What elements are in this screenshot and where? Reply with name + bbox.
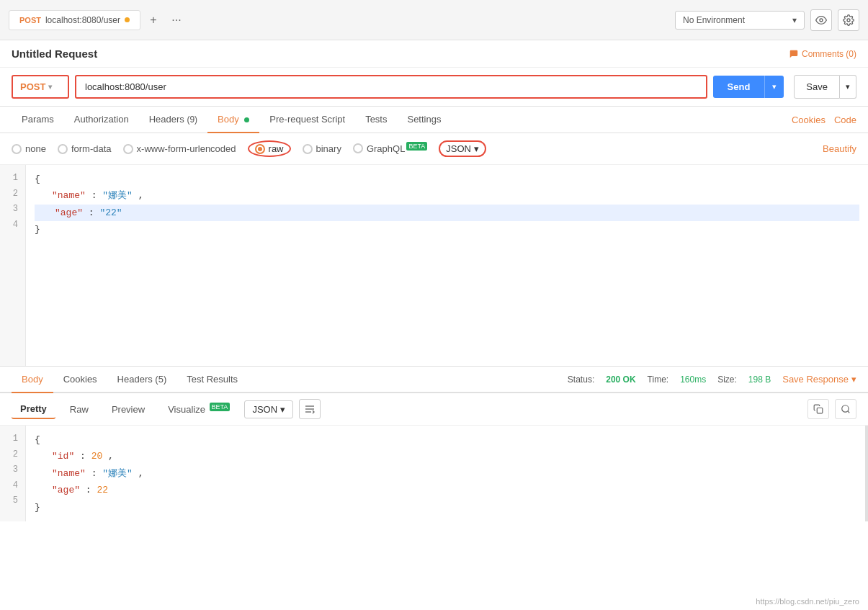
method-select[interactable]: POST ▾ xyxy=(12,75,69,99)
save-button-group: Save ▾ xyxy=(794,75,856,99)
svg-rect-5 xyxy=(817,408,823,413)
environment-area: No Environment ▾ xyxy=(675,9,859,31)
send-button[interactable]: Send xyxy=(713,76,765,98)
response-format-dropdown[interactable]: JSON ▾ xyxy=(244,400,293,418)
radio-circle-none xyxy=(12,144,22,154)
svg-point-6 xyxy=(842,405,849,412)
radio-none[interactable]: none xyxy=(12,143,46,154)
radio-raw[interactable]: raw xyxy=(248,140,291,157)
save-button[interactable]: Save xyxy=(794,75,840,99)
response-code-area: 1 2 3 4 5 { "id" : 20 , "name" : xyxy=(0,426,868,521)
tab-headers[interactable]: Headers (9) xyxy=(139,107,207,133)
svg-point-0 xyxy=(820,19,823,22)
status-bar: Status: 200 OK Time: 160ms Size: 198 B S… xyxy=(568,374,856,385)
json-chevron-icon: ▾ xyxy=(474,143,479,154)
radio-form-data[interactable]: form-data xyxy=(58,143,112,154)
save-response-chevron-icon: ▾ xyxy=(851,374,856,385)
url-input[interactable]: localhost:8080/user xyxy=(75,75,707,99)
size-value: 198 B xyxy=(748,374,771,385)
send-button-group: Send ▾ xyxy=(713,76,784,98)
tab-strip: POST localhost:8080/user + ··· xyxy=(9,10,187,30)
response-tabs-list: Body Cookies Headers (5) Test Results xyxy=(12,367,248,392)
url-bar: POST ▾ localhost:8080/user Send ▾ Save ▾ xyxy=(0,68,868,107)
radio-circle-form-data xyxy=(58,144,68,154)
response-tab-cookies[interactable]: Cookies xyxy=(53,367,107,393)
comments-label: Comments (0) xyxy=(802,49,856,59)
request-title: Untitled Request xyxy=(12,48,97,60)
response-tab-headers[interactable]: Headers (5) xyxy=(107,367,177,393)
wrap-button[interactable] xyxy=(299,399,321,419)
resp-line-2: "id" : 20 , xyxy=(35,448,856,465)
comments-link[interactable]: Comments (0) xyxy=(789,49,856,59)
copy-icon-button[interactable] xyxy=(807,399,829,419)
format-tab-preview[interactable]: Preview xyxy=(103,400,153,418)
body-options-row: none form-data x-www-form-urlencoded raw… xyxy=(0,133,868,165)
eye-icon-button[interactable] xyxy=(810,9,832,31)
response-format-chevron-icon: ▾ xyxy=(280,404,285,415)
status-value: 200 OK xyxy=(606,374,635,385)
format-tab-visualize[interactable]: Visualize BETA xyxy=(159,400,238,418)
response-format-label: JSON xyxy=(252,404,277,415)
tab-params[interactable]: Params xyxy=(12,107,64,133)
radio-circle-binary xyxy=(303,144,313,154)
raw-wrap: raw xyxy=(248,140,291,157)
radio-urlencoded[interactable]: x-www-form-urlencoded xyxy=(123,143,236,154)
cookies-link[interactable]: Cookies xyxy=(792,107,826,133)
settings-icon-button[interactable] xyxy=(838,9,859,31)
tab-method-badge: POST xyxy=(19,16,41,24)
tab-pre-request[interactable]: Pre-request Script xyxy=(259,107,355,133)
time-label: Time: xyxy=(648,374,669,385)
radio-circle-raw xyxy=(255,144,265,154)
resp-line-3: "name" : "娜美" , xyxy=(35,465,856,482)
tab-url-label: localhost:8080/user xyxy=(45,15,120,25)
request-tabs-list: Params Authorization Headers (9) Body Pr… xyxy=(12,107,451,133)
environment-label: No Environment xyxy=(683,15,745,25)
top-bar: POST localhost:8080/user + ··· No Enviro… xyxy=(0,0,868,40)
response-tabs-row: Body Cookies Headers (5) Test Results St… xyxy=(0,367,868,393)
tab-settings[interactable]: Settings xyxy=(397,107,451,133)
send-dropdown-button[interactable]: ▾ xyxy=(764,76,784,98)
response-section: Body Cookies Headers (5) Test Results St… xyxy=(0,367,868,521)
code-link[interactable]: Code xyxy=(834,107,856,133)
more-options-button[interactable]: ··· xyxy=(166,10,187,30)
radio-graphql[interactable]: GraphQLBETA xyxy=(353,143,427,154)
radio-circle-urlencoded xyxy=(123,144,133,154)
resp-line-1: { xyxy=(35,431,856,448)
method-chevron-icon: ▾ xyxy=(48,83,52,91)
response-content: { "id" : 20 , "name" : "娜美" , xyxy=(26,426,865,521)
request-title-bar: Untitled Request Comments (0) xyxy=(0,40,868,68)
search-icon-button[interactable] xyxy=(835,399,856,419)
status-label: Status: xyxy=(568,374,594,385)
method-label: POST xyxy=(20,81,45,92)
json-format-label: JSON xyxy=(446,143,471,154)
response-tab-body[interactable]: Body xyxy=(12,367,53,393)
tab-tests[interactable]: Tests xyxy=(355,107,397,133)
response-tab-test-results[interactable]: Test Results xyxy=(176,367,248,393)
save-response-label: Save Response xyxy=(782,374,849,385)
radio-binary[interactable]: binary xyxy=(303,143,341,154)
tab-unsaved-dot xyxy=(125,17,130,22)
add-tab-button[interactable]: + xyxy=(143,10,164,30)
environment-select[interactable]: No Environment ▾ xyxy=(675,11,805,30)
svg-point-1 xyxy=(847,19,850,22)
request-tab[interactable]: POST localhost:8080/user xyxy=(9,10,140,30)
save-dropdown-button[interactable]: ▾ xyxy=(840,75,856,99)
format-tab-raw[interactable]: Raw xyxy=(61,400,97,418)
code-line-1: { xyxy=(35,171,859,187)
response-line-numbers: 1 2 3 4 5 xyxy=(0,426,26,521)
response-format-row: Pretty Raw Preview Visualize BETA JSON ▾ xyxy=(0,393,868,426)
save-response-button[interactable]: Save Response ▾ xyxy=(782,374,856,385)
chevron-down-icon: ▾ xyxy=(792,15,797,25)
size-label: Size: xyxy=(717,374,737,385)
svg-line-7 xyxy=(848,411,850,413)
beautify-button[interactable]: Beautify xyxy=(823,143,856,154)
tab-authorization[interactable]: Authorization xyxy=(64,107,139,133)
resp-line-5: } xyxy=(35,499,856,516)
request-code-editor[interactable]: 1 2 3 4 { "name" : "娜美" , "age" : "22" } xyxy=(0,165,868,367)
format-tab-pretty[interactable]: Pretty xyxy=(12,400,55,419)
code-content[interactable]: { "name" : "娜美" , "age" : "22" } xyxy=(26,165,868,366)
tab-body[interactable]: Body xyxy=(207,107,259,133)
line-numbers: 1 2 3 4 xyxy=(0,165,26,366)
resp-line-4: "age" : 22 xyxy=(35,482,856,498)
json-format-dropdown[interactable]: JSON ▾ xyxy=(439,140,486,157)
